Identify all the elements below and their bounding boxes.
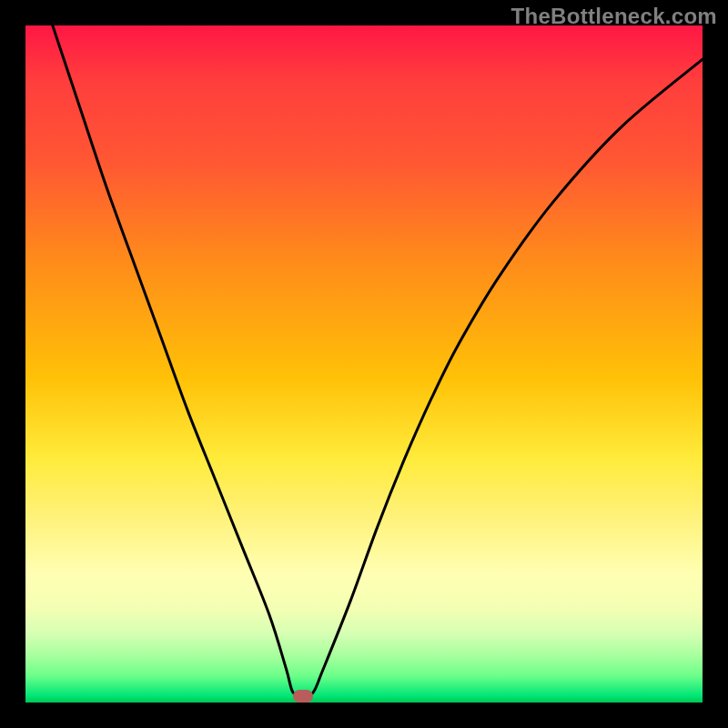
chart-frame: TheBottleneck.com <box>0 0 728 728</box>
plot-area <box>25 25 703 703</box>
optimum-marker <box>293 690 313 703</box>
bottleneck-curve <box>25 25 703 703</box>
